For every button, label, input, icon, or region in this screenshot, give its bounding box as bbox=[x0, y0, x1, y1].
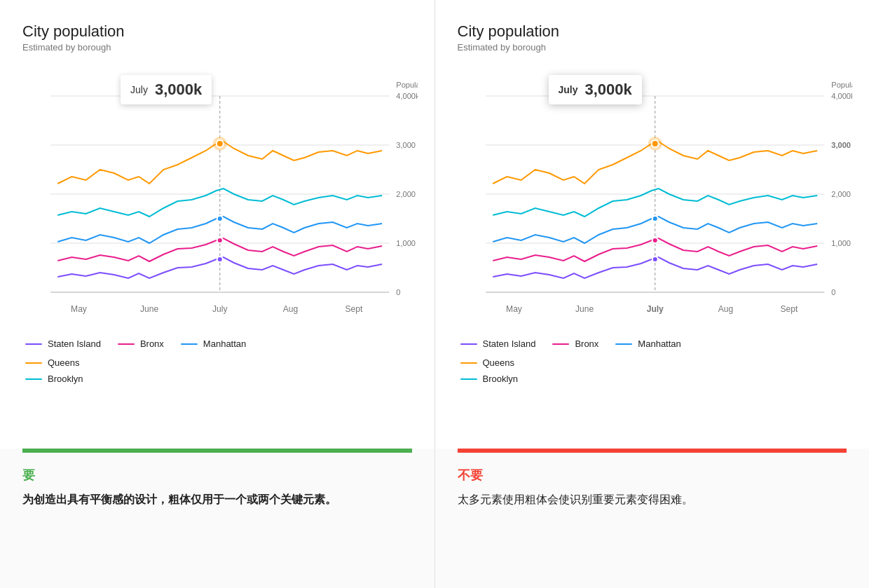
legend-line-bronx bbox=[118, 343, 135, 345]
y-label-0: 0 bbox=[396, 288, 400, 296]
right-legend: Staten Island Bronx Manhattan Queens Bro… bbox=[458, 339, 853, 384]
y-label-1000: 1,000 bbox=[396, 239, 416, 247]
right-chart-title: City population bbox=[458, 22, 853, 41]
right-legend-line-queens bbox=[460, 362, 477, 364]
right-chart-area: July 3,000k 4,000k 3,000 2,000 1,000 0 bbox=[458, 61, 853, 327]
right-staten-island-dot bbox=[652, 257, 657, 262]
brooklyn-line bbox=[57, 189, 382, 217]
legend-manhattan: Manhattan bbox=[181, 339, 246, 349]
left-chart-panel: City population Estimated by borough Jul… bbox=[0, 0, 435, 449]
legend-label-queens: Queens bbox=[48, 357, 80, 368]
right-tooltip: July 3,000k bbox=[549, 75, 642, 104]
right-y-label-1000: 1,000 bbox=[831, 239, 851, 247]
right-legend-label-bronx: Bronx bbox=[575, 339, 598, 349]
bottom-right-description: 太多元素使用粗体会使识别重要元素变得困难。 bbox=[458, 493, 693, 505]
right-population-label: Population bbox=[831, 81, 852, 89]
left-tooltip-value: 3,000k bbox=[155, 81, 202, 99]
right-queens-dot bbox=[651, 140, 658, 147]
bottom-left-label: 要 bbox=[22, 467, 412, 484]
right-y-label-4000k: 4,000k bbox=[831, 92, 852, 100]
legend-line-brooklyn bbox=[25, 378, 42, 380]
staten-island-dot bbox=[217, 257, 223, 262]
right-chart-svg: 4,000k 3,000 2,000 1,000 0 Population Ma… bbox=[458, 61, 853, 327]
population-label: Population bbox=[396, 81, 417, 89]
bottom-right-panel: 不要 太多元素使用粗体会使识别重要元素变得困难。 bbox=[435, 449, 870, 588]
legend-line-queens bbox=[25, 362, 42, 364]
legend-queens: Queens bbox=[25, 357, 418, 368]
y-label-4000k: 4,000k bbox=[396, 92, 417, 100]
manhattan-dot bbox=[217, 216, 223, 221]
right-chart-panel: City population Estimated by borough Jul… bbox=[435, 0, 870, 449]
right-legend-brooklyn: Brooklyn bbox=[460, 374, 519, 384]
legend-label-manhattan: Manhattan bbox=[203, 339, 246, 349]
left-chart-title: City population bbox=[22, 22, 418, 41]
right-legend-staten-island: Staten Island bbox=[460, 339, 536, 349]
right-x-label-june: June bbox=[575, 304, 594, 314]
legend-label-bronx: Bronx bbox=[140, 339, 164, 349]
bottom-left-panel: 要 为创造出具有平衡感的设计，粗体仅用于一个或两个关键元素。 bbox=[0, 449, 435, 588]
legend-label-brooklyn: Brooklyn bbox=[48, 374, 83, 384]
legend-staten-island: Staten Island bbox=[25, 339, 101, 349]
bottom-right-text: 太多元素使用粗体会使识别重要元素变得困难。 bbox=[458, 491, 847, 509]
right-x-label-sept: Sept bbox=[780, 304, 798, 314]
right-tooltip-month: July bbox=[559, 84, 578, 95]
right-x-label-aug: Aug bbox=[718, 304, 732, 314]
bottom-right-label: 不要 bbox=[458, 467, 847, 484]
bottom-left-description: 为创造出具有平衡感的设计，粗体仅用于一个或两个关键元素。 bbox=[22, 493, 336, 505]
legend-label-staten-island: Staten Island bbox=[48, 339, 101, 349]
bottom-left-text: 为创造出具有平衡感的设计，粗体仅用于一个或两个关键元素。 bbox=[22, 491, 412, 509]
right-chart-subtitle: Estimated by borough bbox=[458, 42, 853, 53]
right-tooltip-value: 3,000k bbox=[585, 81, 632, 99]
left-chart-subtitle: Estimated by borough bbox=[22, 42, 418, 53]
y-label-3000: 3,000 bbox=[396, 141, 416, 149]
legend-bronx: Bronx bbox=[118, 339, 164, 349]
legend-line-staten-island bbox=[25, 343, 42, 345]
right-legend-line-bronx bbox=[552, 343, 569, 345]
right-legend-bronx: Bronx bbox=[552, 339, 598, 349]
left-tooltip: July 3,000k bbox=[121, 75, 212, 104]
right-legend-queens: Queens bbox=[460, 357, 853, 368]
right-y-label-0: 0 bbox=[831, 288, 835, 296]
right-legend-label-brooklyn: Brooklyn bbox=[483, 374, 519, 384]
bronx-dot bbox=[217, 238, 223, 243]
queens-dot bbox=[217, 140, 224, 147]
x-label-may: May bbox=[71, 304, 87, 314]
left-chart-area: July 3,000k 4,000k 3,000 2,000 1,000 0 bbox=[22, 61, 418, 327]
right-bronx-dot bbox=[652, 238, 657, 243]
right-y-label-2000: 2,000 bbox=[831, 190, 851, 198]
right-x-label-may: May bbox=[506, 304, 522, 314]
x-label-june: June bbox=[140, 304, 158, 314]
left-chart-svg: 4,000k 3,000 2,000 1,000 0 Population Ma… bbox=[22, 61, 418, 327]
right-legend-line-manhattan bbox=[615, 343, 632, 345]
right-manhattan-dot bbox=[652, 216, 657, 221]
right-brooklyn-line bbox=[493, 189, 817, 217]
right-legend-label-queens: Queens bbox=[483, 357, 515, 368]
y-label-2000: 2,000 bbox=[396, 190, 416, 198]
left-legend: Staten Island Bronx Manhattan Queens Bro… bbox=[22, 339, 418, 384]
right-legend-label-staten-island: Staten Island bbox=[483, 339, 536, 349]
x-label-aug: Aug bbox=[283, 304, 298, 314]
right-x-label-july: July bbox=[646, 304, 663, 314]
right-legend-manhattan: Manhattan bbox=[615, 339, 680, 349]
green-indicator-bar bbox=[22, 449, 412, 453]
x-label-july: July bbox=[212, 304, 227, 314]
right-legend-line-staten-island bbox=[460, 343, 477, 345]
legend-brooklyn: Brooklyn bbox=[25, 374, 83, 384]
right-legend-label-manhattan: Manhattan bbox=[638, 339, 680, 349]
right-legend-line-brooklyn bbox=[460, 378, 477, 380]
right-y-label-3000: 3,000 bbox=[831, 141, 851, 149]
red-indicator-bar bbox=[458, 449, 847, 453]
x-label-sept: Sept bbox=[345, 304, 363, 314]
left-tooltip-month: July bbox=[130, 84, 148, 95]
legend-line-manhattan bbox=[181, 343, 198, 345]
